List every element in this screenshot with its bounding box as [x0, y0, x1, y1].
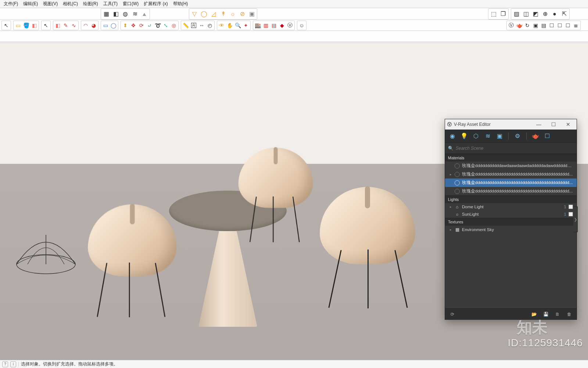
vray-search-input[interactable]: [456, 146, 574, 151]
look-icon[interactable]: 👁: [218, 21, 226, 29]
select2-arrow-icon[interactable]: ↖: [42, 21, 50, 29]
protractor-icon[interactable]: ◴: [206, 21, 214, 29]
style-mono-icon[interactable]: ⟁: [140, 9, 149, 19]
menu-file[interactable]: 文件(F): [1, 0, 20, 8]
frame-b-icon[interactable]: ▤: [539, 21, 548, 29]
menu-tools[interactable]: 工具(T): [101, 0, 120, 8]
tab-materials-icon[interactable]: ◉: [447, 131, 458, 141]
style-xray-icon[interactable]: ▦: [101, 9, 111, 19]
offset-icon[interactable]: ◎: [170, 21, 178, 29]
panel-expand-grip[interactable]: ❯: [573, 206, 578, 232]
zoom-icon[interactable]: 🔍: [234, 21, 242, 29]
material-row[interactable]: ▸ 玫瑰金ddddddddddddddddddddddddddddddddddd…: [445, 170, 577, 178]
tape-icon[interactable]: 📏: [182, 21, 190, 29]
material-row[interactable]: 玫瑰金dddddddddddawdaawdaawdadddddadawddddd…: [445, 162, 577, 170]
side-view-icon[interactable]: ◩: [531, 9, 540, 19]
shape-height-icon[interactable]: ↟: [218, 9, 228, 19]
section-materials-header[interactable]: Materials: [445, 154, 577, 162]
light-toggle[interactable]: [569, 205, 573, 209]
pan-icon[interactable]: ✋: [226, 21, 234, 29]
text-label-icon[interactable]: 🄰: [190, 21, 198, 29]
maximize-button[interactable]: ☐: [547, 120, 560, 128]
texture-row[interactable]: ▸ ▦ Environment Sky: [445, 226, 577, 234]
shape-cube-icon[interactable]: ▣: [247, 9, 257, 19]
close-button[interactable]: ✕: [562, 120, 574, 128]
freehand-icon[interactable]: ∿: [70, 21, 78, 29]
eraser2-icon[interactable]: ◧: [54, 21, 62, 29]
window-a-icon[interactable]: ☐: [548, 21, 556, 29]
circle-icon[interactable]: ◯: [110, 21, 118, 29]
shape-torus-icon[interactable]: ⊘: [237, 9, 247, 19]
rect-icon[interactable]: ▭: [101, 21, 110, 29]
viewport-3d[interactable]: Ⓥ V-Ray Asset Editor — ☐ ✕ ◉ 💡 ⬡ ≋ ▣ ⚙ 🫖…: [0, 43, 588, 360]
menu-ext[interactable]: 扩展程序 (x): [141, 0, 170, 8]
ball-icon[interactable]: ●: [550, 9, 559, 19]
minimize-button[interactable]: —: [533, 120, 545, 128]
frame-a-icon[interactable]: ▣: [531, 21, 539, 29]
rotate2-icon[interactable]: ⤾: [146, 21, 154, 29]
light-row[interactable]: ☼ SunLight 1: [445, 210, 577, 218]
menu-draw[interactable]: 绘图(R): [81, 0, 100, 8]
make-group-icon[interactable]: ❐: [498, 9, 508, 19]
paint-bucket-icon[interactable]: 🪣: [22, 21, 30, 29]
section-textures-header[interactable]: Textures: [445, 218, 577, 226]
redbox-icon[interactable]: ▥: [262, 21, 270, 29]
shape-slice-icon[interactable]: ◿: [209, 9, 218, 19]
expand-icon[interactable]: ▸: [449, 205, 452, 209]
material-row-selected[interactable]: 玫瑰金ddddddddddddddddddddddddddddddddddddd…: [445, 178, 577, 187]
shape-sun-icon[interactable]: ☼: [228, 9, 237, 19]
pie-icon[interactable]: ◕: [90, 21, 98, 29]
material-row[interactable]: 玫瑰金ddddddddddddddddddddddddddddddddddddd…: [445, 187, 577, 195]
tab-layers-icon[interactable]: ≋: [483, 131, 493, 141]
refresh-button[interactable]: ⟳: [448, 310, 457, 319]
status-icon-2[interactable]: i: [10, 361, 16, 367]
select-arrow-icon[interactable]: ↖: [2, 21, 10, 29]
iso-view-icon[interactable]: ▨: [512, 9, 521, 19]
window-b-icon[interactable]: ☐: [556, 21, 564, 29]
teapot-icon[interactable]: 🫖: [515, 21, 523, 29]
tab-frame-icon[interactable]: ☐: [542, 131, 552, 141]
section-lights-header[interactable]: Lights: [445, 195, 577, 203]
window-c-icon[interactable]: ☐: [564, 21, 572, 29]
vray-asset-editor-panel[interactable]: Ⓥ V-Ray Asset Editor — ☐ ✕ ◉ 💡 ⬡ ≋ ▣ ⚙ 🫖…: [445, 119, 577, 320]
pencil-icon[interactable]: ✎: [62, 21, 70, 29]
make-component-icon[interactable]: ⬚: [489, 9, 498, 19]
expand-icon[interactable]: ▸: [449, 228, 452, 231]
warehouse-icon[interactable]: 🏬: [254, 21, 262, 29]
eraser-icon[interactable]: ◧: [30, 21, 38, 29]
vray-v-icon[interactable]: ⓥ: [286, 21, 294, 29]
shape-sphere-icon[interactable]: ◯: [199, 9, 209, 19]
vray-titlebar[interactable]: Ⓥ V-Ray Asset Editor — ☐ ✕: [445, 119, 577, 130]
tab-render-icon[interactable]: ▣: [494, 131, 505, 141]
stack-icon[interactable]: ≣: [572, 21, 580, 29]
orbit-icon[interactable]: ✦: [242, 21, 250, 29]
light-toggle[interactable]: [569, 212, 573, 216]
arc-icon[interactable]: ◠: [82, 21, 90, 29]
pushpull-icon[interactable]: ⬍: [121, 21, 129, 29]
ext-tag-icon[interactable]: ▤: [270, 21, 278, 29]
followme-icon[interactable]: ➰: [154, 21, 162, 29]
ruby-icon[interactable]: ◆: [278, 21, 286, 29]
delete-button[interactable]: 🗑: [565, 310, 574, 319]
globe-icon[interactable]: ⊕: [540, 9, 550, 19]
move-icon[interactable]: ✥: [129, 21, 137, 29]
menu-view[interactable]: 视图(V): [41, 0, 60, 8]
person-icon[interactable]: ☺: [298, 21, 306, 29]
component-icon[interactable]: ▭: [14, 21, 22, 29]
tab-settings-icon[interactable]: ⚙: [512, 131, 523, 141]
front-view-icon[interactable]: ◫: [521, 9, 531, 19]
menu-help[interactable]: 帮助(H): [171, 0, 190, 8]
vray-logo-icon[interactable]: Ⓥ: [507, 21, 515, 29]
cube-out-icon[interactable]: ⇱: [559, 9, 569, 19]
tab-geometry-icon[interactable]: ⬡: [471, 131, 481, 141]
tab-teapot-icon[interactable]: 🫖: [530, 131, 541, 141]
expand-icon[interactable]: ▸: [449, 173, 452, 176]
tab-lights-icon[interactable]: 💡: [459, 131, 469, 141]
style-wire-icon[interactable]: ≋: [130, 9, 140, 19]
menu-window[interactable]: 窗口(W): [121, 0, 141, 8]
scale-icon[interactable]: ⤡: [162, 21, 170, 29]
light-row[interactable]: ▸ ⌂ Dome Light 1: [445, 203, 577, 210]
save2-button[interactable]: 🗎: [553, 310, 562, 319]
teapot-spin-icon[interactable]: ↻: [523, 21, 531, 29]
menu-camera[interactable]: 相机(C): [61, 0, 80, 8]
